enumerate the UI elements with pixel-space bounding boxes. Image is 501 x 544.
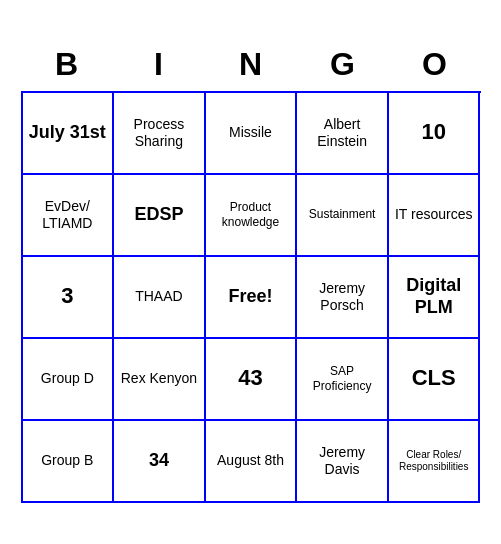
bingo-cell: August 8th: [206, 421, 298, 503]
bingo-cell: IT resources: [389, 175, 481, 257]
header-letter: G: [297, 42, 389, 87]
bingo-card: BINGO July 31stProcess SharingMissileAlb…: [11, 32, 491, 513]
bingo-cell: Clear Roles/ Responsibilities: [389, 421, 481, 503]
bingo-cell: THAAD: [114, 257, 206, 339]
bingo-cell: Jeremy Davis: [297, 421, 389, 503]
bingo-cell: Product knowledge: [206, 175, 298, 257]
bingo-cell: EDSP: [114, 175, 206, 257]
header-letter: O: [389, 42, 481, 87]
bingo-cell: SAP Proficiency: [297, 339, 389, 421]
header-letter: N: [205, 42, 297, 87]
bingo-cell: Group D: [23, 339, 115, 421]
bingo-cell: July 31st: [23, 93, 115, 175]
bingo-grid: July 31stProcess SharingMissileAlbert Ei…: [21, 91, 481, 503]
bingo-cell: Process Sharing: [114, 93, 206, 175]
bingo-cell: Albert Einstein: [297, 93, 389, 175]
header-letter: I: [113, 42, 205, 87]
bingo-cell: Jeremy Porsch: [297, 257, 389, 339]
bingo-cell: Rex Kenyon: [114, 339, 206, 421]
bingo-cell: EvDev/ LTIAMD: [23, 175, 115, 257]
header-letter: B: [21, 42, 113, 87]
bingo-cell: Digital PLM: [389, 257, 481, 339]
bingo-cell: Free!: [206, 257, 298, 339]
bingo-cell: Group B: [23, 421, 115, 503]
bingo-header: BINGO: [21, 42, 481, 87]
bingo-cell: 43: [206, 339, 298, 421]
bingo-cell: 10: [389, 93, 481, 175]
bingo-cell: CLS: [389, 339, 481, 421]
bingo-cell: 3: [23, 257, 115, 339]
bingo-cell: Sustainment: [297, 175, 389, 257]
bingo-cell: Missile: [206, 93, 298, 175]
bingo-cell: 34: [114, 421, 206, 503]
